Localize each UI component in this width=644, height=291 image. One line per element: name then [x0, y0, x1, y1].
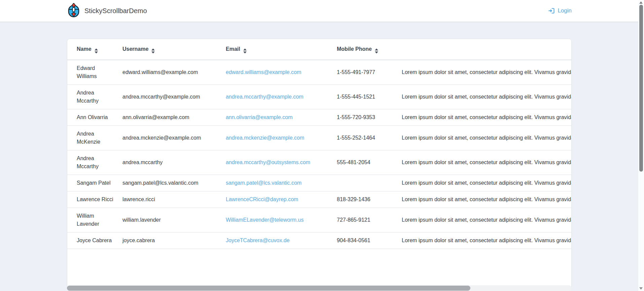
scrollbar-down-arrow-icon[interactable]: [639, 287, 643, 290]
table-row: Ann Olivarria ann.olivarria@example.com …: [67, 109, 572, 126]
sort-icon[interactable]: [243, 48, 247, 53]
cell-description: Lorem ipsum dolor sit amet, consectetur …: [398, 208, 572, 232]
cell-mobile-phone: 904-834-0561: [333, 232, 398, 249]
email-link[interactable]: WilliamELavender@teleworm.us: [226, 217, 303, 223]
cell-description: Lorem ipsum dolor sit amet, consectetur …: [398, 175, 572, 191]
cell-username: andrea.mccarthy@example.com: [118, 85, 222, 109]
cell-mobile-phone: 555-481-2054: [333, 150, 398, 175]
column-header-description: [398, 39, 572, 60]
email-link[interactable]: andrea.mckenzie@example.com: [226, 135, 304, 141]
cell-username: sangam.patel@lcs.valantic.com: [118, 175, 222, 191]
cell-description: Lorem ipsum dolor sit amet, consectetur …: [398, 126, 572, 150]
cell-name: Andrea Mccarthy: [67, 85, 118, 109]
scrollbar-up-arrow-icon[interactable]: [639, 1, 643, 4]
vertical-scrollbar-thumb[interactable]: [639, 5, 643, 172]
users-table-card: Name Username Email Mobile Phone Edward …: [67, 39, 572, 291]
navbar-container: StickyScrollbarDemo Login: [67, 0, 572, 22]
table-row: Joyce Cabrera joyce.cabrera JoyceTCabrer…: [67, 232, 572, 249]
cell-mobile-phone: 1-555-720-9353: [333, 109, 398, 126]
cell-mobile-phone: 1-555-445-1521: [333, 85, 398, 109]
email-link[interactable]: JoyceTCabrera@cuvox.de: [226, 238, 290, 243]
sign-in-icon: [548, 7, 555, 14]
cell-email: sangam.patel@lcs.valantic.com: [222, 175, 333, 191]
cell-description: Lorem ipsum dolor sit amet, consectetur …: [398, 109, 572, 126]
mouse-logo-icon: [67, 3, 80, 19]
table-row: William Lavender william.lavender Willia…: [67, 208, 572, 232]
column-header-label: Name: [77, 46, 92, 52]
cell-username: edward.williams@example.com: [118, 60, 222, 85]
cell-mobile-phone: 818-329-1436: [333, 191, 398, 208]
cell-username: ann.olivarria@example.com: [118, 109, 222, 126]
table-row: Sangam Patel sangam.patel@lcs.valantic.c…: [67, 175, 572, 191]
cell-name: William Lavender: [67, 208, 118, 232]
table-row: Edward Williams edward.williams@example.…: [67, 60, 572, 85]
cell-email: edward.williams@example.com: [222, 60, 333, 85]
cell-description: Lorem ipsum dolor sit amet, consectetur …: [398, 191, 572, 208]
horizontal-scrollbar-track[interactable]: [67, 285, 572, 291]
login-link[interactable]: Login: [548, 7, 572, 14]
brand-title: StickyScrollbarDemo: [84, 7, 147, 15]
cell-name: Andrea Mccarthy: [67, 150, 118, 175]
sort-icon[interactable]: [95, 48, 98, 53]
cell-mobile-phone: 1-555-491-7977: [333, 60, 398, 85]
email-link[interactable]: andrea.mccarthy@outsystems.com: [226, 159, 310, 165]
sort-icon[interactable]: [375, 48, 378, 53]
cell-email: ann.olivarria@example.com: [222, 109, 333, 126]
table-row: Andrea McKenzie andrea.mckenzie@example.…: [67, 126, 572, 150]
cell-description: Lorem ipsum dolor sit amet, consectetur …: [398, 232, 572, 249]
cell-email: WilliamELavender@teleworm.us: [222, 208, 333, 232]
column-header-label: Username: [122, 46, 148, 52]
email-link[interactable]: edward.williams@example.com: [226, 69, 301, 75]
cell-name: Joyce Cabrera: [67, 232, 118, 249]
cell-name: Sangam Patel: [67, 175, 118, 191]
cell-email: andrea.mccarthy@outsystems.com: [222, 150, 333, 175]
table-row: Andrea Mccarthy andrea.mccarthy andrea.m…: [67, 150, 572, 175]
table-header-row: Name Username Email Mobile Phone: [67, 39, 572, 60]
cell-username: andrea.mccarthy: [118, 150, 222, 175]
cell-name: Andrea McKenzie: [67, 126, 118, 150]
cell-mobile-phone: 1-555-252-1464: [333, 126, 398, 150]
table-row: Lawrence Ricci lawrence.ricci LawrenceCR…: [67, 191, 572, 208]
email-link[interactable]: ann.olivarria@example.com: [226, 114, 293, 120]
cell-description: Lorem ipsum dolor sit amet, consectetur …: [398, 60, 572, 85]
cell-username: lawrence.ricci: [118, 191, 222, 208]
column-header-name[interactable]: Name: [67, 39, 118, 60]
users-table: Name Username Email Mobile Phone Edward …: [67, 39, 572, 249]
vertical-scrollbar-track[interactable]: [638, 0, 644, 291]
cell-mobile-phone: 727-865-9121: [333, 208, 398, 232]
cell-email: andrea.mckenzie@example.com: [222, 126, 333, 150]
login-label: Login: [558, 7, 572, 14]
cell-username: william.lavender: [118, 208, 222, 232]
email-link[interactable]: LawrenceCRicci@dayrep.com: [226, 196, 298, 202]
navbar: StickyScrollbarDemo Login: [0, 0, 644, 22]
cell-email: JoyceTCabrera@cuvox.de: [222, 232, 333, 249]
cell-description: Lorem ipsum dolor sit amet, consectetur …: [398, 85, 572, 109]
table-body: Edward Williams edward.williams@example.…: [67, 60, 572, 249]
column-header-label: Mobile Phone: [337, 46, 372, 52]
cell-email: andrea.mccarthy@example.com: [222, 85, 333, 109]
cell-mobile-phone: [333, 175, 398, 191]
column-header-mobile-phone[interactable]: Mobile Phone: [333, 39, 398, 60]
column-header-username[interactable]: Username: [118, 39, 222, 60]
column-header-label: Email: [226, 46, 240, 52]
cell-name: Edward Williams: [67, 60, 118, 85]
table-row: Andrea Mccarthy andrea.mccarthy@example.…: [67, 85, 572, 109]
cell-name: Lawrence Ricci: [67, 191, 118, 208]
column-header-email[interactable]: Email: [222, 39, 333, 60]
brand-link[interactable]: StickyScrollbarDemo: [67, 3, 147, 19]
email-link[interactable]: sangam.patel@lcs.valantic.com: [226, 180, 301, 186]
email-link[interactable]: andrea.mccarthy@example.com: [226, 94, 303, 100]
cell-username: joyce.cabrera: [118, 232, 222, 249]
cell-email: LawrenceCRicci@dayrep.com: [222, 191, 333, 208]
sort-icon[interactable]: [151, 48, 155, 53]
horizontal-scrollbar-thumb[interactable]: [67, 286, 470, 291]
cell-description: Lorem ipsum dolor sit amet, consectetur …: [398, 150, 572, 175]
cell-name: Ann Olivarria: [67, 109, 118, 126]
cell-username: andrea.mckenzie@example.com: [118, 126, 222, 150]
